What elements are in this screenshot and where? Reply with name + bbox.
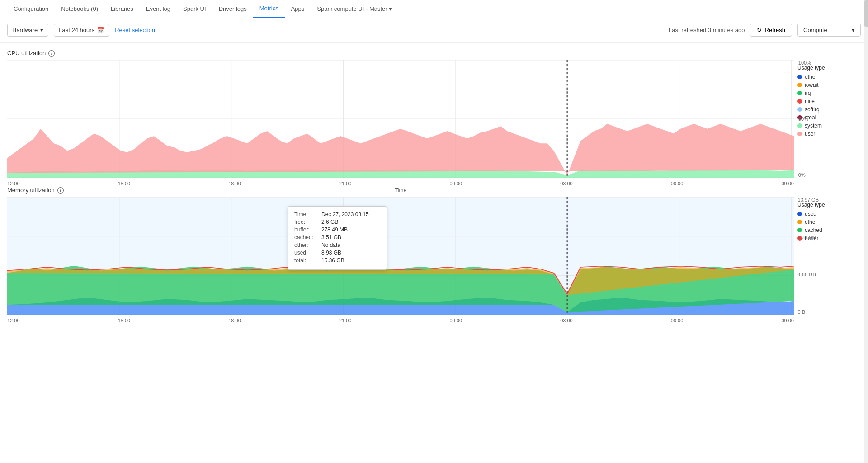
cpu-chart-title: CPU utilization i	[7, 50, 861, 57]
tooltip-total-val: 15.36 GB	[321, 257, 344, 264]
memory-chart-area: 13.97 GB 9.31 GB 4.66 GB 0 B Time: Dec 2…	[7, 197, 794, 315]
cpu-chart-svg	[7, 60, 794, 178]
compute-chevron-icon: ▾	[852, 27, 855, 33]
tooltip-free-label: free:	[294, 219, 318, 225]
hardware-label: Hardware	[12, 27, 38, 33]
cpu-y-axis-labels: 100% 50% 0%	[798, 60, 811, 178]
cpu-chart-wrapper: 100% 50% 0% 12:00 15:00 18:00 21:00 00:0…	[7, 60, 861, 178]
tooltip-total-row: total: 15.36 GB	[294, 257, 380, 264]
memory-chart-svg	[7, 197, 794, 315]
memory-info-icon[interactable]: i	[57, 187, 64, 194]
tooltip-time-row: Time: Dec 27, 2023 03:15	[294, 211, 380, 217]
nav-item-apps[interactable]: Apps	[285, 0, 311, 18]
nav-item-event-log[interactable]: Event log	[140, 0, 177, 18]
tooltip-total-label: total:	[294, 257, 318, 264]
scrollbar-thumb[interactable]	[864, 0, 868, 27]
hardware-select[interactable]: Hardware ▾	[7, 24, 48, 37]
tooltip-used-val: 8.98 GB	[321, 250, 341, 256]
memory-chart-title: Memory utilization i	[7, 187, 861, 194]
cpu-info-icon[interactable]: i	[48, 50, 55, 57]
time-range-label: Last 24 hours	[59, 27, 94, 33]
tooltip-other-val: No data	[321, 242, 340, 248]
reset-selection-button[interactable]: Reset selection	[115, 27, 155, 33]
tooltip-time-label: Time:	[294, 211, 318, 217]
memory-tooltip: Time: Dec 27, 2023 03:15 free: 2.6 GB bu…	[288, 206, 387, 270]
compute-label: Compute	[803, 27, 827, 33]
nav-item-configuration[interactable]: Configuration	[7, 0, 55, 18]
memory-y-axis-labels: 13.97 GB 9.31 GB 4.66 GB 0 B	[798, 197, 819, 315]
nav-item-notebooks[interactable]: Notebooks (0)	[55, 0, 104, 18]
memory-chart-wrapper: 13.97 GB 9.31 GB 4.66 GB 0 B Time: Dec 2…	[7, 197, 861, 315]
refresh-icon: ↻	[757, 27, 762, 33]
tooltip-free-val: 2.6 GB	[321, 219, 338, 225]
tooltip-time-val: Dec 27, 2023 03:15	[321, 211, 369, 217]
nav-item-driver-logs[interactable]: Driver logs	[212, 0, 253, 18]
nav-item-libraries[interactable]: Libraries	[104, 0, 140, 18]
tooltip-cached-row: cached: 3.51 GB	[294, 234, 380, 241]
tooltip-cached-val: 3.51 GB	[321, 234, 341, 241]
main-content: CPU utilization i	[0, 43, 868, 322]
hardware-chevron-icon: ▾	[40, 27, 43, 33]
cpu-chart-section: CPU utilization i	[7, 50, 861, 178]
refresh-label: Refresh	[764, 27, 785, 33]
tooltip-other-label: other:	[294, 242, 318, 248]
tooltip-buffer-label: buffer:	[294, 227, 318, 233]
refresh-button[interactable]: ↻ Refresh	[750, 24, 792, 37]
tooltip-used-row: used: 8.98 GB	[294, 250, 380, 256]
nav-item-spark-ui[interactable]: Spark UI	[177, 0, 212, 18]
tooltip-free-row: free: 2.6 GB	[294, 219, 380, 225]
tooltip-cached-label: cached:	[294, 234, 318, 241]
memory-chart-section: Memory utilization i	[7, 187, 861, 315]
compute-select[interactable]: Compute ▾	[797, 24, 861, 37]
calendar-icon: 📅	[97, 27, 104, 33]
tooltip-buffer-row: buffer: 278.49 MB	[294, 227, 380, 233]
svg-marker-11	[7, 124, 794, 175]
tooltip-buffer-val: 278.49 MB	[321, 227, 348, 233]
nav-bar: Configuration Notebooks (0) Libraries Ev…	[0, 0, 868, 18]
tooltip-used-label: used:	[294, 250, 318, 256]
memory-x-axis-labels: 12:00 15:00 18:00 21:00 00:00 03:00 06:0…	[7, 318, 794, 322]
nav-item-spark-compute-ui[interactable]: Spark compute UI - Master ▾	[311, 0, 398, 18]
last-refresh-text: Last refreshed 3 minutes ago	[669, 27, 745, 33]
time-range-select[interactable]: Last 24 hours 📅	[54, 24, 109, 37]
scrollbar[interactable]	[864, 0, 868, 322]
toolbar: Hardware ▾ Last 24 hours 📅 Reset selecti…	[0, 18, 868, 43]
tooltip-other-row: other: No data	[294, 242, 380, 248]
cpu-chart-area: 100% 50% 0% 12:00 15:00 18:00 21:00 00:0…	[7, 60, 794, 178]
cpu-x-axis-labels: 12:00 15:00 18:00 21:00 00:00 03:00 06:0…	[7, 181, 794, 186]
nav-item-metrics[interactable]: Metrics	[253, 0, 285, 18]
toolbar-right: Last refreshed 3 minutes ago ↻ Refresh C…	[669, 24, 861, 37]
